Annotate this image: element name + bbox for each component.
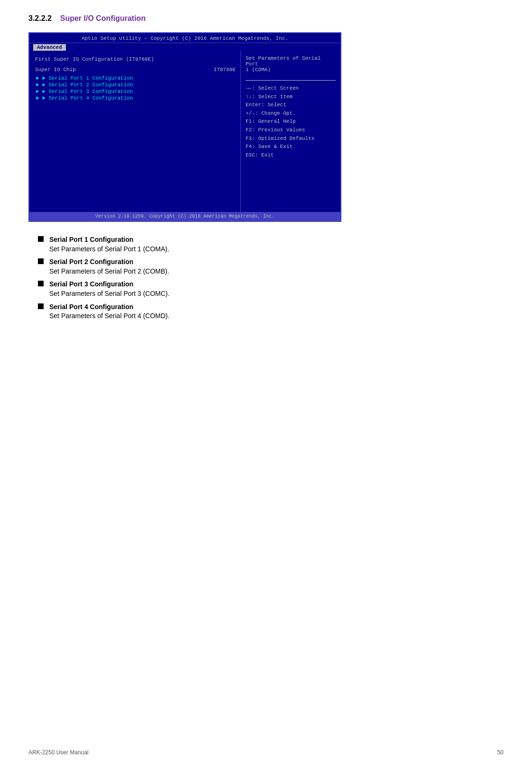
feature-list: Serial Port 1 Configuration Set Paramete… bbox=[38, 235, 504, 321]
footer-left: ARK-2250 User Manual bbox=[28, 749, 89, 756]
bullet-desc-0: Set Parameters of Serial Port 1 (COMA). bbox=[49, 245, 169, 254]
bios-title-text: Aptio Setup Utility – Copyright (C) 2016… bbox=[82, 36, 288, 41]
bios-footer: Version 2.18.1259. Copyright (C) 2016 Am… bbox=[29, 212, 340, 221]
page-container: 3.2.2.2 Super I/O Configuration Aptio Se… bbox=[0, 0, 532, 344]
bullet-item-1: Serial Port 2 Configuration Set Paramete… bbox=[38, 257, 504, 276]
bullet-icon-1 bbox=[38, 258, 44, 264]
bullet-item-2: Serial Port 3 Configuration Set Paramete… bbox=[38, 280, 504, 298]
bios-chip-value: IT8768E bbox=[214, 67, 236, 73]
bios-tab-advanced: Advanced bbox=[33, 44, 66, 51]
bullet-title-3: Serial Port 4 Configuration bbox=[49, 303, 133, 311]
bios-tab-bar: Advanced bbox=[29, 43, 340, 51]
bios-title-bar: Aptio Setup Utility – Copyright (C) 2016… bbox=[29, 33, 340, 43]
bullet-icon-2 bbox=[38, 281, 44, 286]
bios-divider bbox=[246, 80, 336, 81]
bullet-title-0: Serial Port 1 Configuration bbox=[49, 236, 133, 243]
page-footer: ARK-2250 User Manual 50 bbox=[28, 749, 504, 756]
bullet-item-3: Serial Port 4 Configuration Set Paramete… bbox=[38, 302, 504, 321]
bullet-content-1: Serial Port 2 Configuration Set Paramete… bbox=[49, 257, 169, 276]
bullet-desc-2: Set Parameters of Serial Port 3 (COMC). bbox=[49, 289, 170, 299]
bios-config-title: First Super IO Configuration (IT8768E) bbox=[35, 56, 236, 62]
bios-chip-row: Super IO Chip IT8768E bbox=[35, 67, 236, 73]
bios-footer-text: Version 2.18.1259. Copyright (C) 2016 Am… bbox=[95, 214, 275, 219]
bios-chip-label: Super IO Chip bbox=[35, 67, 76, 73]
bios-right-panel: Set Parameters of Serial Port1 (COMA) →←… bbox=[241, 51, 340, 212]
bios-menu-item-0[interactable]: ► Serial Port 1 Configuration bbox=[35, 75, 236, 81]
footer-right: 50 bbox=[497, 749, 504, 756]
section-number: 3.2.2.2 bbox=[28, 14, 52, 22]
bullet-title-1: Serial Port 2 Configuration bbox=[49, 258, 133, 266]
bullet-item-0: Serial Port 1 Configuration Set Paramete… bbox=[38, 235, 504, 254]
bullet-content-3: Serial Port 4 Configuration Set Paramete… bbox=[49, 302, 170, 321]
bios-screenshot: Aptio Setup Utility – Copyright (C) 2016… bbox=[28, 32, 341, 222]
bios-left-panel: First Super IO Configuration (IT8768E) S… bbox=[29, 51, 241, 212]
bullet-content-2: Serial Port 3 Configuration Set Paramete… bbox=[49, 280, 170, 298]
bullet-content-0: Serial Port 1 Configuration Set Paramete… bbox=[49, 235, 169, 254]
bios-menu-item-3[interactable]: ► Serial Port 4 Configuration bbox=[35, 95, 236, 101]
bios-key-legend: →←: Select Screen↑↓: Select ItemEnter: S… bbox=[246, 84, 336, 159]
bullet-desc-3: Set Parameters of Serial Port 4 (COMD). bbox=[49, 312, 170, 321]
bios-menu-item-2[interactable]: ► Serial Port 3 Configuration bbox=[35, 89, 236, 94]
bullet-icon-3 bbox=[38, 303, 44, 309]
bios-help-text: Set Parameters of Serial Port1 (COMA) bbox=[246, 55, 336, 73]
bios-content-area: First Super IO Configuration (IT8768E) S… bbox=[29, 51, 340, 212]
section-title: Super I/O Configuration bbox=[60, 14, 146, 22]
bios-menu-item-1[interactable]: ► Serial Port 2 Configuration bbox=[35, 82, 236, 88]
bullet-title-2: Serial Port 3 Configuration bbox=[49, 280, 133, 288]
section-heading: 3.2.2.2 Super I/O Configuration bbox=[28, 14, 504, 23]
bullet-icon-0 bbox=[38, 236, 44, 242]
bullet-desc-1: Set Parameters of Serial Port 2 (COMB). bbox=[49, 267, 169, 276]
